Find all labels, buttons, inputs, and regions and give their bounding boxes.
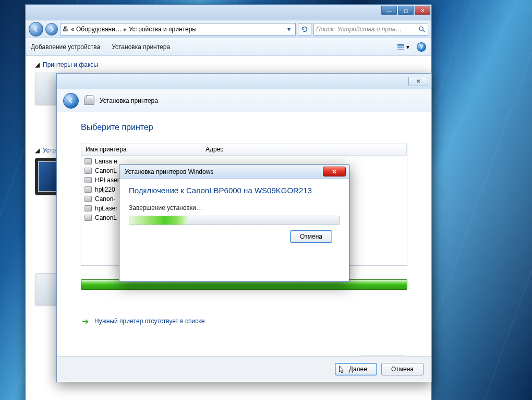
breadcrumb-segment[interactable]: « Оборудовани… (71, 26, 122, 33)
window-titlebar[interactable]: — ◻ ✕ (26, 5, 431, 20)
wizard-title: Установка принтера (100, 97, 158, 104)
chevron-right-icon: ▸ (124, 26, 127, 33)
chevron-down-icon: ▾ (406, 43, 409, 51)
printer-name: hplj220 (95, 186, 115, 193)
printer-icon (84, 177, 92, 183)
svg-rect-3 (397, 49, 404, 50)
breadcrumb[interactable]: 🖶 « Оборудовани… ▸ Устройства и принтеры… (60, 23, 296, 36)
dialog-title: Установка принтеров Windows (125, 168, 213, 175)
nav-back-button[interactable] (29, 22, 43, 37)
progress-heading: Подключение к CanonLBP6000 на WS09KGOR21… (129, 185, 340, 196)
breadcrumb-segment[interactable]: Устройства и принтеры (129, 26, 197, 33)
cursor-icon (338, 366, 345, 374)
wizard-heading: Выберите принтер (81, 123, 407, 132)
refresh-button[interactable] (298, 23, 311, 36)
close-button[interactable]: ✕ (408, 77, 428, 86)
printer-name: CanonL (95, 214, 117, 221)
printer-icon (84, 186, 92, 193)
minimize-button[interactable]: — (381, 6, 397, 15)
search-input[interactable]: Поиск: Устройства и прин… (313, 23, 428, 36)
printer-name: HPLaser (95, 177, 119, 184)
column-address[interactable]: Адрес (201, 144, 407, 155)
svg-point-0 (419, 27, 423, 30)
breadcrumb-dropdown[interactable]: ▾ (284, 23, 293, 35)
wizard-footer: Далее Отмена (57, 356, 431, 381)
progress-status: Завершение установки… (129, 204, 340, 211)
group-header-printers[interactable]: ◢ Принтеры и факсы (35, 61, 422, 68)
collapse-icon: ◢ (35, 61, 40, 68)
next-button[interactable]: Далее (335, 363, 377, 375)
view-options-button[interactable]: ▾ (397, 43, 409, 51)
list-header: Имя принтера Адрес (81, 144, 407, 156)
column-name[interactable]: Имя принтера (81, 144, 201, 155)
printer-not-listed-link[interactable]: ➔ Нужный принтер отсутствует в списке (81, 317, 407, 325)
printer-icon (84, 168, 92, 174)
printer-name: hpLaser (95, 205, 117, 212)
dialog-titlebar[interactable]: Установка принтеров Windows ✕ (119, 164, 349, 179)
cancel-button[interactable]: Отмена (381, 363, 424, 375)
printer-icon (84, 196, 92, 202)
close-button[interactable]: ✕ (415, 6, 430, 15)
progress-bar (129, 216, 340, 225)
svg-rect-2 (397, 46, 404, 48)
desktop-background: — ◻ ✕ 🖶 « Оборудовани… ▸ Устройства и пр… (0, 0, 532, 400)
search-icon (418, 26, 426, 33)
install-progress-dialog: Установка принтеров Windows ✕ Подключени… (119, 164, 349, 282)
nav-forward-button[interactable] (45, 23, 58, 36)
maximize-button[interactable]: ◻ (398, 6, 414, 15)
command-bar: Добавление устройства Установка принтера… (26, 38, 431, 56)
search-placeholder: Поиск: Устройства и прин… (316, 26, 402, 33)
printer-name: CanonL (95, 167, 117, 174)
printer-icon (84, 205, 92, 211)
arrow-right-icon: ➔ (81, 317, 89, 325)
add-device-button[interactable]: Добавление устройства (31, 43, 100, 51)
devices-icon: 🖶 (63, 26, 69, 33)
close-button[interactable]: ✕ (323, 167, 346, 177)
printer-icon (84, 158, 92, 164)
add-printer-button[interactable]: Установка принтера (112, 43, 170, 51)
printer-icon (84, 215, 92, 221)
wizard-header: Установка принтера (57, 89, 431, 112)
svg-rect-1 (397, 44, 404, 45)
printer-icon (84, 97, 94, 105)
cancel-button[interactable]: Отмена (290, 230, 332, 243)
collapse-icon: ◢ (35, 147, 40, 154)
wizard-titlebar[interactable]: ✕ (57, 74, 431, 89)
wizard-back-button[interactable] (63, 93, 79, 109)
printer-name: Larisa н (95, 158, 117, 165)
help-button[interactable]: ? (417, 42, 426, 52)
printer-name: Canon- (95, 195, 115, 203)
address-bar: 🖶 « Оборудовани… ▸ Устройства и принтеры… (26, 20, 431, 38)
